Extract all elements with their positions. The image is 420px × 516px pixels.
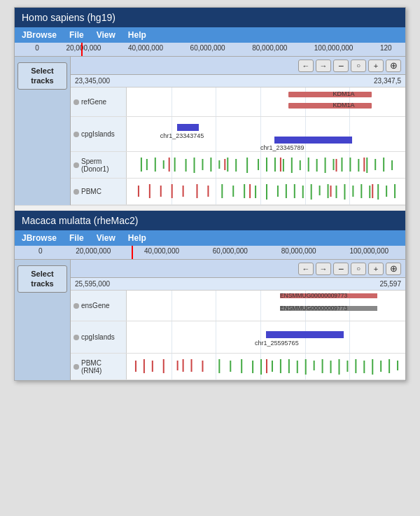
svg-rect-79 [288,359,290,373]
svg-rect-38 [172,184,173,198]
nav-right-1[interactable]: → [316,60,331,72]
track-dot-cpg-2 [74,335,79,340]
nav-left-2[interactable]: ← [298,263,314,275]
svg-rect-43 [232,186,234,197]
grid-line [216,321,216,353]
grid-line [216,117,216,151]
browser1-toolbar: JBrowse File View Help [15,27,405,43]
svg-rect-70 [191,359,192,372]
ruler2-numbers: 0 20,000,000 40,000,000 60,000,000 80,00… [15,247,405,255]
help-menu-2[interactable]: Help [127,232,148,244]
track-dot-cpg-1 [74,132,79,137]
browser2-genome-view: ← → − ○ + ⊕ 25,595,000 25,597 ensGene [71,260,405,380]
ens-label-top: ENSMMUG00000009773 [280,292,347,299]
svg-rect-49 [294,184,295,198]
nav-right-2[interactable]: → [316,263,331,275]
svg-rect-80 [297,361,298,373]
nav-zoom-out-1[interactable]: − [333,60,349,72]
svg-rect-9 [218,160,220,169]
grid-line [172,291,172,321]
svg-rect-1 [146,159,148,170]
svg-rect-56 [352,186,354,197]
view-menu-1[interactable]: View [95,29,117,41]
grid-line [216,291,216,321]
svg-rect-62 [249,184,251,198]
svg-rect-16 [283,159,284,172]
svg-rect-87 [355,359,356,373]
track-label-refgene-1: refGene [71,88,127,116]
track-row-refgene-1: refGene KDM1A [71,88,405,117]
feature-kdm1a-top [288,92,372,97]
track-label-cpg-1: cpgIslands [71,117,127,151]
svg-rect-53 [328,184,329,198]
svg-rect-25 [358,159,359,172]
svg-rect-14 [266,158,267,172]
feature-label-kdm1a-2: KDM1A [333,102,355,109]
jbrowse-brand-2: JBrowse [20,232,58,244]
svg-rect-40 [197,184,198,198]
track-content-cpg-1: chr1_23343745 chr1_23345789 [127,117,405,151]
track-dot-refgene-1 [74,99,79,105]
track-content-refgene-1: KDM1A KDM1A [127,88,405,116]
svg-rect-64 [372,184,373,198]
svg-rect-7 [202,159,203,170]
svg-rect-36 [149,184,150,198]
cpg-block-2 [274,137,352,144]
svg-rect-59 [377,184,379,200]
svg-rect-8 [210,158,211,172]
cpg2-block [266,331,344,338]
svg-rect-60 [386,186,387,197]
file-menu-2[interactable]: File [68,232,85,244]
svg-rect-15 [274,158,276,172]
nav-zoom-in-2[interactable]: + [368,263,384,275]
svg-rect-51 [311,184,312,200]
svg-rect-92 [397,361,398,370]
nav-zoom-out-2[interactable]: − [333,263,349,275]
nav-zoom-in2-2[interactable]: ⊕ [386,263,401,275]
svg-rect-55 [344,184,345,200]
select-tracks-btn-2[interactable]: Select tracks [18,265,67,293]
svg-rect-90 [380,361,382,372]
browser2-ruler: 0 20,000,000 40,000,000 60,000,000 80,00… [15,246,405,260]
view-menu-2[interactable]: View [95,232,117,244]
grid-line [216,88,216,116]
track-dot-ensgene-2 [74,303,79,309]
track-content-cpg-2: chr1_25595765 [127,321,405,353]
nav-zoom-in-1[interactable]: + [368,60,384,72]
track-row-cpg-2: cpgIslands chr1_25595765 [71,321,405,354]
feature-label-kdm1a-1: KDM1A [333,90,355,97]
svg-rect-32 [280,158,281,172]
nav-zoom-circle-1[interactable]: ○ [351,60,366,72]
grid-line [260,321,261,353]
svg-rect-37 [160,186,162,197]
pbmc2-density-svg [127,354,405,379]
svg-rect-23 [341,158,342,172]
svg-rect-20 [316,159,318,172]
track-label-cpg-2: cpgIslands [71,321,127,353]
main-container: Homo sapiens (hg19) JBrowse File View He… [14,7,406,381]
svg-rect-71 [202,361,203,372]
track-row-pbmc-2: PBMC (RNf4) [71,354,405,380]
nav-zoom-circle-2[interactable]: ○ [351,263,366,275]
select-tracks-btn-1[interactable]: Select tracks [18,62,67,90]
svg-rect-41 [207,186,209,197]
svg-rect-4 [174,158,176,172]
grid-line [349,117,350,151]
svg-rect-84 [330,361,332,373]
svg-rect-11 [235,159,237,172]
grid-line [172,321,172,353]
svg-rect-91 [388,359,390,373]
svg-rect-82 [314,361,315,370]
svg-rect-73 [230,361,231,372]
svg-rect-85 [338,359,340,375]
grid-line [305,117,306,151]
track-content-sperm-1 [127,152,405,178]
file-menu-1[interactable]: File [68,29,85,41]
svg-rect-89 [372,359,373,375]
help-menu-1[interactable]: Help [127,29,148,41]
svg-rect-46 [266,184,267,200]
track-row-pbmc-1: PBMC [71,179,405,205]
svg-rect-74 [241,359,242,373]
nav-left-1[interactable]: ← [298,60,314,72]
nav-zoom-in2-1[interactable]: ⊕ [386,60,401,72]
